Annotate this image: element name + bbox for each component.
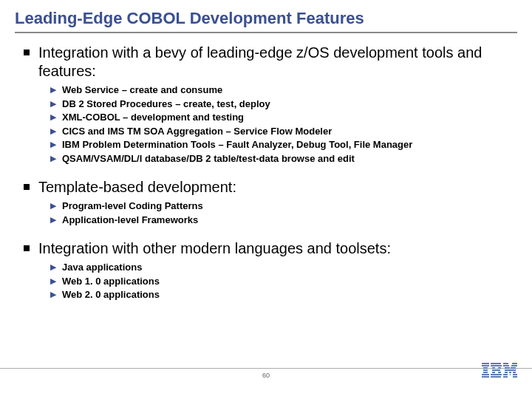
svg-rect-28: [513, 374, 517, 375]
list-item: ▶Java applications: [50, 261, 517, 274]
svg-rect-6: [482, 376, 489, 378]
slide-footer: 60: [0, 368, 532, 392]
list-item: ▶IBM Problem Determination Tools – Fault…: [50, 138, 517, 151]
square-bullet-icon: [24, 184, 30, 190]
list-item: ▶CICS and IMS TM SOA Aggregation – Servi…: [50, 125, 517, 138]
arrow-icon: ▶: [50, 85, 56, 95]
section-1-title: Integration with a bevy of leading-edge …: [38, 44, 517, 81]
arrow-icon: ▶: [50, 201, 56, 211]
arrow-icon: ▶: [50, 290, 56, 299]
svg-rect-16: [503, 363, 508, 364]
arrow-icon: ▶: [50, 215, 56, 225]
section-2: Template-based development: ▶Program-lev…: [15, 178, 517, 226]
list-item: ▶Application-level Frameworks: [50, 214, 517, 227]
svg-rect-21: [511, 367, 516, 369]
slide-content: Leading-Edge COBOL Development Features …: [0, 0, 532, 301]
arrow-icon: ▶: [50, 262, 56, 272]
item-text: Application-level Frameworks: [62, 214, 198, 227]
arrow-icon: ▶: [50, 126, 56, 136]
svg-rect-26: [503, 374, 508, 375]
svg-rect-23: [505, 372, 508, 373]
arrow-icon: ▶: [50, 99, 56, 109]
section-1-list: ▶Web Service – create and consume ▶DB 2 …: [24, 83, 517, 165]
section-3: Integration with other modern languages …: [15, 239, 517, 301]
item-text: Web Service – create and consume: [62, 83, 222, 97]
section-3-list: ▶Java applications ▶Web 1. 0 application…: [24, 261, 517, 301]
svg-rect-0: [482, 363, 489, 364]
arrow-icon: ▶: [50, 112, 56, 122]
section-1: Integration with a bevy of leading-edge …: [15, 44, 517, 165]
svg-rect-10: [498, 367, 501, 369]
section-2-list: ▶Program-level Coding Patterns ▶Applicat…: [24, 200, 517, 226]
svg-rect-8: [491, 365, 502, 366]
item-text: CICS and IMS TM SOA Aggregation – Servic…: [62, 125, 332, 138]
svg-rect-1: [482, 365, 489, 366]
svg-rect-25: [513, 372, 516, 373]
item-text: IBM Problem Determination Tools – Fault …: [62, 138, 412, 151]
section-1-head: Integration with a bevy of leading-edge …: [24, 44, 517, 81]
svg-rect-15: [491, 376, 501, 378]
slide-title: Leading-Edge COBOL Development Features: [15, 9, 517, 33]
svg-rect-29: [503, 376, 508, 378]
arrow-icon: ▶: [50, 140, 56, 149]
svg-rect-24: [509, 372, 511, 373]
section-2-title: Template-based development:: [38, 178, 236, 197]
svg-rect-20: [505, 367, 510, 369]
svg-rect-3: [483, 369, 488, 371]
section-3-head: Integration with other modern languages …: [24, 239, 517, 258]
svg-rect-4: [483, 372, 488, 373]
section-2-head: Template-based development:: [24, 178, 517, 197]
svg-rect-22: [505, 369, 516, 371]
list-item: ▶XML-COBOL – development and testing: [50, 111, 517, 124]
item-text: XML-COBOL – development and testing: [62, 111, 244, 124]
item-text: Java applications: [62, 261, 142, 274]
svg-rect-27: [510, 374, 511, 375]
svg-rect-30: [513, 376, 517, 378]
svg-rect-19: [511, 365, 517, 366]
item-text: Web 2. 0 applications: [62, 288, 160, 301]
page-number: 60: [262, 372, 270, 379]
list-item: ▶DB 2 Stored Procedures – create, test, …: [50, 98, 517, 111]
item-text: Program-level Coding Patterns: [62, 200, 203, 213]
svg-rect-13: [498, 372, 501, 373]
svg-rect-17: [512, 363, 517, 364]
list-item: ▶QSAM/VSAM/DL/I database/DB 2 table/test…: [50, 152, 517, 166]
list-item: ▶Web 1. 0 applications: [50, 275, 517, 288]
list-item: ▶Web 2. 0 applications: [50, 288, 517, 301]
list-item: ▶Web Service – create and consume: [50, 83, 517, 97]
item-text: DB 2 Stored Procedures – create, test, d…: [62, 98, 270, 111]
arrow-icon: ▶: [50, 276, 56, 286]
svg-rect-5: [482, 374, 489, 375]
svg-rect-9: [492, 367, 495, 369]
arrow-icon: ▶: [50, 154, 56, 163]
section-3-title: Integration with other modern languages …: [38, 239, 391, 258]
list-item: ▶Program-level Coding Patterns: [50, 200, 517, 213]
svg-rect-7: [491, 363, 501, 364]
svg-rect-11: [492, 369, 500, 371]
ibm-logo-icon: [482, 363, 517, 381]
svg-rect-14: [491, 374, 502, 375]
svg-rect-2: [483, 367, 488, 369]
svg-rect-18: [503, 365, 509, 366]
item-text: QSAM/VSAM/DL/I database/DB 2 table/test-…: [62, 152, 355, 166]
square-bullet-icon: [24, 50, 30, 55]
item-text: Web 1. 0 applications: [62, 275, 160, 288]
svg-rect-12: [492, 372, 495, 373]
square-bullet-icon: [24, 245, 30, 251]
